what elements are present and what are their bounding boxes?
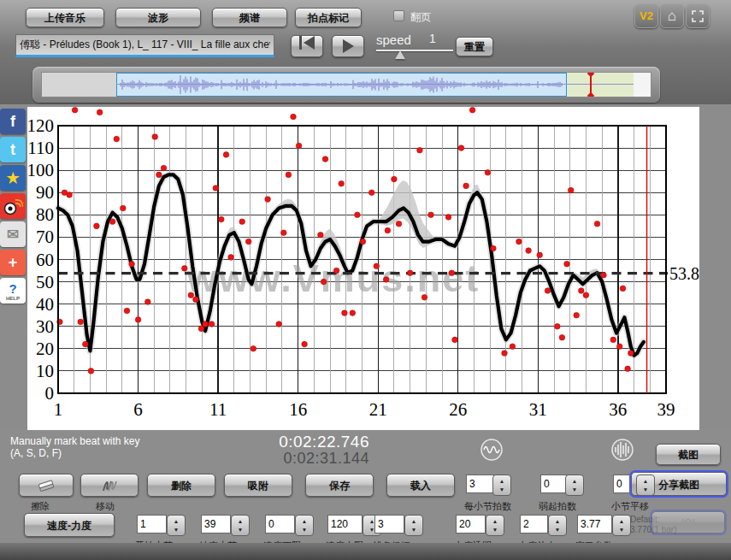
svg-text:30: 30 (36, 316, 54, 337)
up-arrow-icon: ▲ (411, 518, 416, 524)
save-button[interactable]: 保存 (305, 474, 374, 497)
volume-loud-icon[interactable] (611, 439, 634, 461)
waveform-loaded-region[interactable] (116, 73, 567, 97)
svg-text:39: 39 (657, 399, 675, 420)
down-arrow-icon: ▼ (174, 527, 179, 533)
pickup-beats-stepper[interactable]: ▲▼ (565, 475, 584, 496)
email-share-button[interactable]: ✉ (0, 221, 26, 247)
svg-text:6: 6 (133, 399, 143, 420)
mark-beat-hint-line2: (A, S, D, F) (10, 447, 62, 459)
email-icon: ✉ (7, 227, 19, 243)
svg-text:60: 60 (36, 250, 54, 270)
page-turn-checkbox[interactable] (393, 10, 404, 21)
screenshot-button[interactable]: 截图 (656, 444, 721, 465)
up-arrow-icon: ▲ (619, 518, 624, 524)
start-bar-stepper[interactable]: ▲▼ (167, 515, 186, 536)
svg-text:11: 11 (209, 399, 227, 420)
mean-tempo-label: 53.8 (669, 264, 699, 283)
up-arrow-icon: ▲ (643, 478, 648, 484)
tempo-min-stepper[interactable]: ▲▼ (295, 515, 314, 536)
x-axis-labels: 1611162126313639 (54, 399, 675, 420)
up-arrow-icon: ▲ (238, 518, 243, 524)
line-width-input[interactable] (374, 515, 404, 533)
tempo-max-input[interactable] (327, 515, 363, 533)
tempo-chart-panel[interactable]: www.Vmus.net53.8010203040506070809010011… (27, 107, 699, 430)
svg-text:20: 20 (36, 339, 54, 359)
speed-slider-thumb[interactable] (395, 50, 405, 59)
load-button[interactable]: 载入 (386, 474, 455, 497)
dynamics-scale-stepper[interactable]: ▲▼ (548, 515, 567, 536)
twitter-icon: t (10, 141, 15, 158)
move-button[interactable] (80, 474, 139, 497)
volume-soft-icon[interactable] (480, 439, 503, 461)
y-axis-labels: 0102030405060708090100110120 (27, 115, 54, 404)
v2-button[interactable]: V2 (634, 4, 658, 28)
snap-button[interactable]: 吸附 (224, 474, 292, 497)
svg-text:100: 100 (27, 160, 54, 180)
delete-button[interactable]: 删除 (147, 474, 215, 497)
pickup-beats-label: 弱起拍数 (539, 500, 576, 513)
home-button[interactable]: ⌂ (660, 4, 684, 28)
svg-text:50: 50 (36, 272, 54, 292)
erase-button[interactable] (19, 474, 74, 497)
beats-per-bar-stepper[interactable]: ▲▼ (492, 475, 511, 496)
start-bar-input[interactable] (137, 515, 167, 533)
qzone-share-button[interactable]: ★ (0, 165, 26, 191)
speed-label: speed (376, 32, 411, 47)
dynamics-scale-input[interactable] (520, 515, 548, 533)
control-area: Manually mark beat with key (A, S, D, F)… (0, 430, 731, 543)
window-param-input[interactable] (577, 515, 612, 533)
eraser-icon (36, 479, 56, 492)
help-share-button[interactable]: ? HELP (0, 278, 26, 304)
up-arrow-icon: ▲ (174, 518, 179, 524)
dynamics-alpha-input[interactable] (456, 515, 486, 533)
bar-shift-stepper[interactable]: ▲▼ (636, 475, 655, 496)
footer-bar: 无嘀嗒 跟随音乐 ✔ 平滑 ✔ 拍点 ✔ 平均速度 ✔ 力度 (0, 543, 731, 560)
spectrum-button[interactable]: 频谱 (212, 8, 287, 27)
waveform-page-highlight[interactable] (567, 73, 634, 97)
skip-start-button[interactable] (291, 35, 323, 57)
song-title-input[interactable] (15, 34, 274, 57)
skip-start-icon (299, 36, 315, 56)
waveform-button[interactable]: 波形 (115, 8, 201, 27)
weibo-icon (3, 196, 23, 216)
facebook-share-button[interactable]: f (0, 109, 26, 134)
waveform-icon (117, 74, 566, 96)
svg-text:16: 16 (289, 399, 307, 420)
beats-per-bar-input[interactable] (466, 475, 494, 493)
svg-text:0: 0 (45, 383, 55, 404)
upload-music-button[interactable]: 上传音乐 (26, 8, 104, 27)
tempo-chart[interactable]: www.Vmus.net53.8010203040506070809010011… (27, 107, 699, 430)
beat-mark-button[interactable]: 拍点标记 (295, 8, 362, 27)
window-param-stepper[interactable]: ▲▼ (612, 515, 631, 536)
beats-per-bar-label: 每小节拍数 (464, 500, 511, 513)
twitter-share-button[interactable]: t (0, 137, 26, 162)
end-bar-input[interactable] (201, 515, 231, 533)
svg-text:80: 80 (36, 204, 54, 225)
play-button[interactable] (332, 35, 364, 57)
more-share-button[interactable]: + (0, 250, 26, 275)
waveform-overview[interactable] (32, 67, 660, 103)
fullscreen-button[interactable] (686, 4, 710, 28)
dynamics-alpha-stepper[interactable]: ▲▼ (486, 515, 504, 536)
down-arrow-icon: ▼ (492, 527, 498, 533)
waveform-track[interactable] (41, 72, 651, 97)
play-icon (343, 39, 354, 53)
down-arrow-icon: ▼ (499, 486, 504, 492)
up-arrow-icon: ▲ (555, 518, 560, 524)
down-arrow-icon: ▼ (302, 527, 307, 533)
speed-slider[interactable] (376, 50, 453, 51)
weibo-share-button[interactable] (0, 193, 26, 219)
pickup-beats-input[interactable] (540, 475, 567, 493)
ioi-button[interactable]: IOI (651, 511, 725, 533)
mode-button[interactable]: 速度-力度 (24, 513, 115, 537)
current-time: 0:02:22.746 (279, 433, 369, 451)
line-width-stepper[interactable]: ▲▼ (404, 515, 423, 536)
tempo-min-input[interactable] (265, 515, 295, 533)
reset-button[interactable]: 重置 (456, 37, 493, 56)
end-bar-stepper[interactable]: ▲▼ (231, 515, 250, 536)
up-arrow-icon: ▲ (492, 518, 498, 524)
down-arrow-icon: ▼ (411, 527, 416, 533)
svg-text:1: 1 (54, 399, 63, 420)
move-icon (99, 478, 120, 493)
